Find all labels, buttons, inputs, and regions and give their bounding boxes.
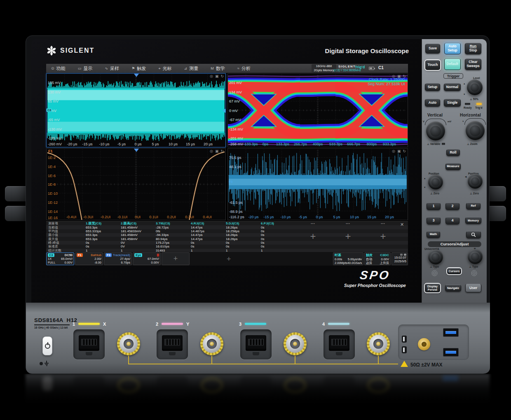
channel-3-button[interactable]: 3: [427, 217, 441, 224]
menu-item-analysis[interactable]: ≈分析: [235, 65, 253, 72]
seg-num-readout: Seg Num: 27.510k UI: [368, 82, 405, 86]
measurement-column-header[interactable]: 3.TIE(C3): [154, 222, 189, 225]
menu-dots-icon[interactable]: •••: [331, 222, 365, 226]
expand-icon[interactable]: ▣: [215, 149, 219, 154]
display-persist-button[interactable]: DisplayPersist: [425, 284, 440, 292]
add-measurement-slot[interactable]: •••+: [366, 222, 400, 252]
camera-icon[interactable]: ◎: [392, 74, 395, 79]
channel-descriptor-f3[interactable]: F3Track(mea3) 27.4ps/ 6.70ps: [104, 252, 132, 265]
table-cell: 80.94ps: [154, 237, 189, 241]
measure-button[interactable]: Measure: [445, 163, 461, 170]
lcd-screen[interactable]: ⊙功能 ▭显示 ∿采样 ⚑触发 ⌖光标 ⊿测量 M数学 ≈分析 16GHz-8B…: [46, 64, 408, 266]
measurement-column-header[interactable]: 2.眼高(C3): [119, 221, 154, 226]
measurement-table[interactable]: 测量项 1.眼宽(C3) 2.眼高(C3) 3.TIE(C3) 4.RJ(C3)…: [46, 221, 408, 252]
menu-item-measure[interactable]: ⊿测量: [182, 65, 201, 72]
auto-setup-button[interactable]: AutoSetup: [444, 43, 461, 54]
refresh-icon[interactable]: ↻: [403, 149, 406, 154]
table-cell: 0s: [259, 245, 294, 248]
math-button[interactable]: Math: [427, 231, 440, 238]
power-button[interactable]: [42, 336, 52, 355]
ref-button[interactable]: Ref: [466, 203, 481, 210]
table-cell: 0s: [189, 245, 224, 248]
measurement-column-header[interactable]: 4.RJ(C3): [189, 222, 224, 225]
measurement-column-header[interactable]: 6.PJ(C3): [259, 222, 294, 225]
trigger-box[interactable]: 触发C3DC 自动0.00V 边沿上升沿: [364, 252, 391, 265]
expand-icon[interactable]: ▣: [215, 74, 219, 79]
expand-icon[interactable]: ▣: [397, 74, 401, 79]
menu-item-trigger[interactable]: ⚑触发: [129, 65, 148, 72]
close-table-icon[interactable]: ✕: [400, 222, 404, 227]
panel-eye-diagram[interactable]: 201 mV 134 mV 67 mV 0 mV -67 mV -134 mV …: [227, 73, 408, 147]
measurement-column-header[interactable]: 5.DJ(C3): [224, 222, 259, 225]
plus-icon[interactable]: +: [331, 226, 365, 247]
panel-corner-icons[interactable]: ◎▣↻: [392, 149, 406, 154]
menu-item-math[interactable]: M数学: [208, 65, 227, 72]
vertical-position-knob[interactable]: [428, 175, 443, 189]
f3-marker[interactable]: F3: [228, 180, 233, 184]
menu-item-cursors[interactable]: ⌖光标: [156, 65, 174, 72]
trigger-level-marker[interactable]: [223, 109, 225, 113]
refresh-icon[interactable]: ↻: [220, 149, 224, 154]
plus-icon[interactable]: +: [296, 226, 330, 247]
channel-1-button[interactable]: 1: [427, 203, 441, 210]
channel-2-button[interactable]: 2: [445, 203, 459, 210]
trigger-position-marker[interactable]: [134, 74, 139, 77]
channel-descriptor-f1[interactable]: F1Bathtub 2.00/ -8.00: [75, 252, 103, 265]
menu-dots-icon[interactable]: •••: [296, 222, 330, 226]
datetime-box[interactable]: 15:02:07 2025/9/5: [391, 252, 408, 265]
panel-corner-icons[interactable]: ◎▣↻: [210, 149, 224, 154]
menu-item-display[interactable]: ▭显示: [75, 65, 95, 72]
memory-button[interactable]: Memory: [465, 217, 481, 224]
plus-icon[interactable]: +: [173, 254, 178, 263]
menu-item-function[interactable]: ⊙功能: [49, 65, 68, 72]
trigger-setup-button[interactable]: Setup: [425, 83, 440, 91]
trigger-normal-button[interactable]: Normal: [444, 83, 461, 91]
camera-icon[interactable]: ◎: [210, 149, 213, 154]
trigger-source: C3DC: [380, 253, 389, 257]
search-button[interactable]: [466, 231, 481, 238]
panel-corner-icons[interactable]: ◎▣↻: [210, 74, 224, 79]
default-button[interactable]: Default: [444, 58, 461, 70]
save-button[interactable]: Save: [425, 44, 440, 54]
camera-icon[interactable]: ◎: [210, 74, 213, 79]
refresh-icon[interactable]: ↻: [220, 74, 224, 79]
channel-4-button[interactable]: 4: [445, 217, 459, 224]
trigger-single-button[interactable]: Single: [444, 99, 461, 107]
measurement-column-header[interactable]: 1.眼宽(C3): [84, 221, 119, 226]
refresh-icon[interactable]: ↻: [403, 74, 406, 79]
panel-c3-waveform[interactable]: 195 mV 130 mV 65 mV 0 mV -65 mV -130 mV …: [46, 73, 226, 147]
vertical-scale-knob[interactable]: [426, 121, 445, 140]
navigate-button[interactable]: Navigate: [445, 285, 461, 292]
panel-tie-track[interactable]: 75.5 ps 48.1 ps -61.5 ps -88.9 ps -116.2…: [227, 148, 408, 220]
bnc-link-line: [128, 364, 398, 364]
panel-bathtub[interactable]: F1 1E-2 1E-4 1E-6 1E-8 1E-10 1E-12 1E-14…: [46, 148, 226, 220]
plus-icon[interactable]: +: [227, 255, 231, 264]
channel-descriptor-eye[interactable]: Eye 67.0mV/ 0.00V: [133, 252, 161, 265]
timebase-box[interactable]: 时基 0.00s5.00μs/div 2.00Mpts40.0GSa/s: [333, 252, 363, 265]
add-measurement-slot[interactable]: •••+: [296, 222, 330, 252]
roll-button[interactable]: Roll: [446, 149, 460, 156]
b-knob[interactable]: [468, 249, 483, 264]
table-cell: -94.33ps: [154, 233, 189, 237]
add-channel-slot[interactable]: +: [162, 252, 190, 265]
horizontal-scale-knob[interactable]: [466, 121, 485, 140]
universal-a-knob[interactable]: [428, 250, 443, 264]
plus-icon[interactable]: +: [366, 226, 400, 247]
trigger-position-marker[interactable]: [134, 149, 139, 152]
panel-corner-icons[interactable]: ◎▣↻: [392, 74, 406, 79]
c3-offset-marker[interactable]: C3: [47, 108, 52, 112]
trigger-level-knob[interactable]: [467, 79, 483, 95]
user-button[interactable]: User: [465, 284, 481, 292]
horizontal-position-knob[interactable]: [468, 174, 483, 189]
channel-descriptor-c3[interactable]: C3DC50 1X65.0mV/ FULL0.00V: [46, 252, 74, 265]
expand-icon[interactable]: ▣: [397, 149, 401, 154]
trigger-auto-button[interactable]: Auto: [425, 99, 440, 107]
menu-item-acquire[interactable]: ∿采样: [102, 65, 122, 72]
run-stop-button[interactable]: RunStop: [465, 43, 481, 54]
add-measurement-slot[interactable]: •••+: [331, 222, 365, 252]
clear-sweeps-button[interactable]: ClearSweeps: [465, 58, 481, 70]
cursors-button[interactable]: Cursors: [447, 268, 461, 274]
menu-dots-icon[interactable]: •••: [366, 222, 400, 226]
touch-button[interactable]: Touch: [425, 60, 440, 70]
camera-icon[interactable]: ◎: [392, 149, 395, 154]
